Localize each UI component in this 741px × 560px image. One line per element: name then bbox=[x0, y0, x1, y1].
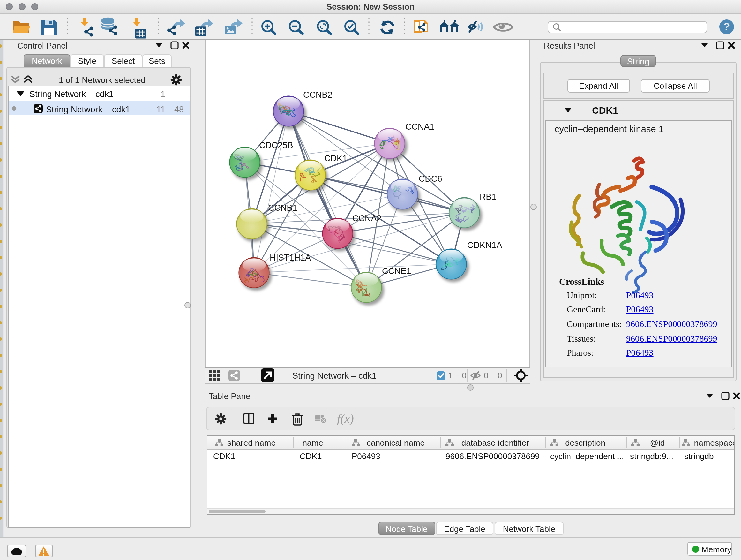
svg-text:CDC6: CDC6 bbox=[419, 174, 442, 184]
svg-text:HIST1H1A: HIST1H1A bbox=[270, 253, 311, 262]
svg-text:CDC25B: CDC25B bbox=[259, 140, 293, 150]
svg-text:name: name bbox=[302, 438, 323, 448]
svg-text:@id: @id bbox=[650, 438, 665, 448]
svg-text:CCNB2: CCNB2 bbox=[303, 90, 333, 100]
svg-text:CCNB1: CCNB1 bbox=[268, 203, 297, 212]
svg-text:?: ? bbox=[724, 20, 730, 33]
svg-text:database identifier: database identifier bbox=[461, 438, 529, 448]
svg-text:String Network – cdk1: String Network – cdk1 bbox=[292, 371, 377, 381]
svg-text:CCNA1: CCNA1 bbox=[405, 122, 434, 132]
svg-text:f(x): f(x) bbox=[337, 412, 354, 426]
svg-text:canonical name: canonical name bbox=[367, 438, 425, 448]
svg-text:namespace: namespace bbox=[694, 438, 734, 448]
svg-text:0 – 0: 0 – 0 bbox=[484, 371, 502, 380]
svg-text:description: description bbox=[565, 438, 605, 448]
svg-text:CCNA2: CCNA2 bbox=[352, 213, 382, 223]
svg-text:CDKN1A: CDKN1A bbox=[467, 240, 502, 250]
svg-text:shared name: shared name bbox=[227, 438, 276, 448]
svg-text:CDK1: CDK1 bbox=[324, 153, 347, 163]
svg-text:CCNE1: CCNE1 bbox=[382, 266, 411, 276]
svg-text:1 – 0: 1 – 0 bbox=[448, 371, 467, 380]
svg-text:RB1: RB1 bbox=[480, 192, 496, 202]
